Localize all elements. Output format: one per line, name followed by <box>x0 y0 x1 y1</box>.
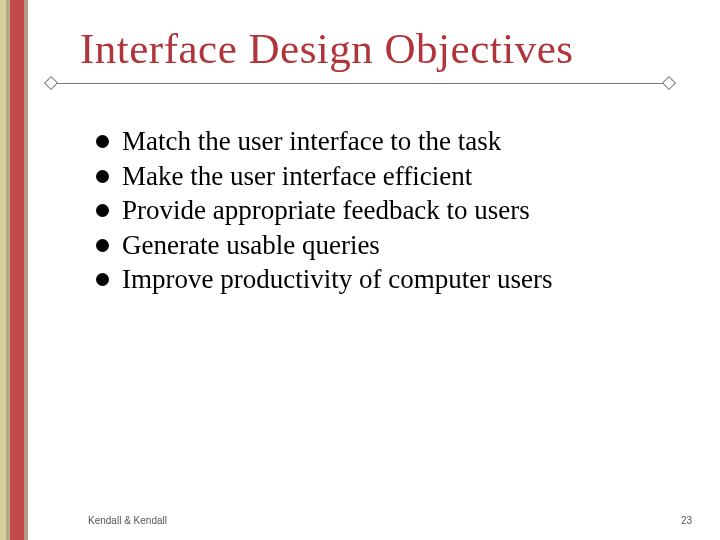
slide-footer: Kendall & Kendall 23 <box>88 515 692 526</box>
title-divider <box>48 83 672 84</box>
slide-title: Interface Design Objectives <box>80 24 720 73</box>
slide-body: Match the user interface to the task Mak… <box>96 124 660 297</box>
bullet-list: Match the user interface to the task Mak… <box>96 124 660 297</box>
slide: Interface Design Objectives Match the us… <box>0 0 720 540</box>
list-item: Make the user interface efficient <box>96 159 660 194</box>
list-item: Provide appropriate feedback to users <box>96 193 660 228</box>
list-item: Generate usable queries <box>96 228 660 263</box>
footer-author: Kendall & Kendall <box>88 515 167 526</box>
list-item: Improve productivity of computer users <box>96 262 660 297</box>
footer-page-number: 23 <box>681 515 692 526</box>
list-item: Match the user interface to the task <box>96 124 660 159</box>
